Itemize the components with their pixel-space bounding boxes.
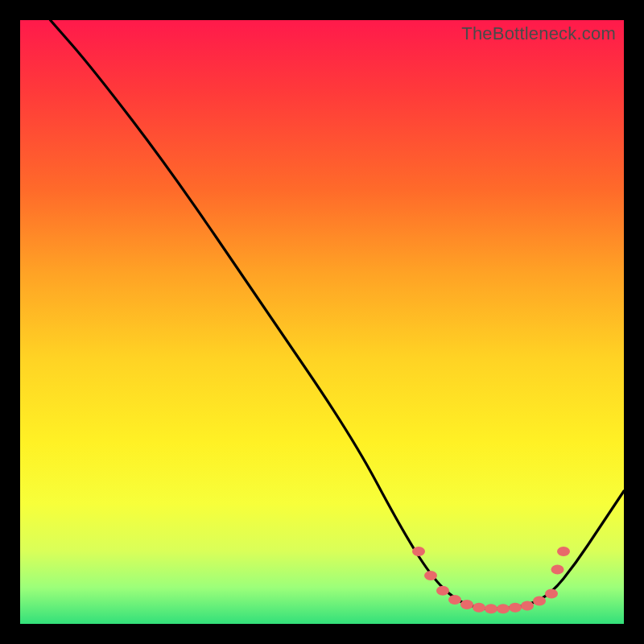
marker-dot [545, 589, 558, 599]
marker-dot [497, 604, 510, 613]
curve-line [51, 20, 625, 609]
marker-dot [436, 586, 449, 596]
marker-dot [521, 601, 534, 611]
chart-overlay [20, 20, 624, 624]
marker-dot [557, 547, 570, 556]
marker-dot [473, 603, 485, 613]
marker-dot [448, 595, 461, 605]
marker-dot [551, 565, 564, 575]
marker-dot [485, 604, 497, 613]
marker-dot [424, 571, 437, 580]
marker-dot [460, 600, 473, 609]
marker-dot [533, 597, 546, 606]
marker-dot [509, 603, 522, 613]
marker-dot [412, 547, 425, 556]
chart-frame: TheBottleneck.com [0, 0, 644, 644]
plot-area: TheBottleneck.com [20, 20, 624, 624]
